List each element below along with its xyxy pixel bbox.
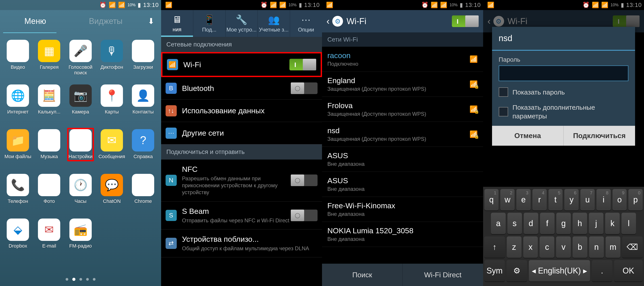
wifi-network[interactable]: ASUSВне диапазона [322,147,483,172]
setting-row-использование данных[interactable]: ↑↓Использование данных [161,100,322,122]
wifi-network[interactable]: racoonПодключено📶 [322,47,483,72]
toggle[interactable] [290,59,316,70]
show-advanced-row[interactable]: Показать дополнительные параметры [499,103,628,120]
key-f[interactable]: f [540,213,554,234]
toggle[interactable] [291,174,318,186]
key-k[interactable]: k [605,213,620,234]
key-q[interactable]: 1q [484,189,499,210]
back-icon[interactable]: ‹ [326,16,330,27]
setting-row-bluetooth[interactable]: BBluetooth [161,77,322,100]
settings-tab[interactable]: ⋯Опции [290,10,322,37]
download-indicator-icon[interactable]: ⬇ [141,17,161,26]
app-телефон[interactable]: 📞Телефон [2,174,34,216]
key-period[interactable]: . [592,260,612,281]
key-space[interactable]: ◂ English(UK) ▸ [529,260,590,281]
wifi-network[interactable]: EnglandЗащищенная (Доступен протокол WPS… [322,72,483,97]
key-z[interactable]: z [507,236,522,258]
key-c[interactable]: c [540,236,554,258]
key-y[interactable]: 6y [564,189,578,210]
key-sym[interactable]: Sym [484,260,505,281]
setting-row-устройства поблизо...[interactable]: ⇄Устройства поблизо...Общий доступ к фай… [161,229,322,257]
app-голосовой поиск[interactable]: 🎤Голосовой поиск [65,40,96,82]
key-j[interactable]: j [589,213,604,234]
connect-button[interactable]: Подключиться [564,126,635,146]
wifi-direct-button[interactable]: Wi-Fi Direct [402,264,483,286]
app-мои файлы[interactable]: 📁Мои файлы [2,129,34,172]
key-d[interactable]: d [524,213,538,234]
toggle[interactable] [291,83,318,94]
wifi-network[interactable]: FrolovaЗащищенная (Доступен протокол WPS… [322,97,483,122]
key-ok[interactable]: OK [614,260,643,281]
app-сообщения[interactable]: ✉Сообщения [96,129,128,172]
app-диктофон[interactable]: 🎙Диктофон [96,40,128,82]
app-часы[interactable]: 🕐Часы [65,174,96,216]
settings-tab[interactable]: 👥Учетные з... [258,10,290,37]
app-интернет[interactable]: 🌐Интернет [2,85,34,127]
key-h[interactable]: h [572,213,587,234]
app-настройки[interactable]: ⚙Настройки [65,129,96,172]
app-загрузки[interactable]: ⬇Загрузки [128,40,159,82]
app-видео[interactable]: ▷Видео [2,40,34,82]
password-input[interactable] [499,66,628,81]
app-справка[interactable]: ?Справка [128,129,159,172]
app-камера[interactable]: 📷Камера [65,85,96,127]
setting-row-другие сети[interactable]: ⋯Другие сети [161,122,322,144]
app-калькул...[interactable]: 🧮Калькул... [34,85,65,127]
key-settings[interactable]: ⚙ [506,260,527,281]
key-b[interactable]: b [572,236,587,258]
app-контакты[interactable]: 👤Контакты [128,85,159,127]
page-dots[interactable] [0,272,161,286]
tab-widgets[interactable]: Виджеты [70,10,141,33]
app-icon: 📞 [7,174,29,196]
wifi-network[interactable]: nsdЗащищенная (Доступен протокол WPS)📶🔒 [322,122,483,147]
app-icon: 🎙 [101,40,123,62]
key-w[interactable]: 2w [500,189,514,210]
toggle[interactable] [291,210,318,221]
key-o[interactable]: 9o [612,189,627,210]
app-галерея[interactable]: ▦Галерея [34,40,65,82]
key-r[interactable]: 4r [532,189,547,210]
show-password-row[interactable]: Показать пароль [499,87,628,97]
key-m[interactable]: m [606,236,620,258]
key-i[interactable]: 8i [596,189,611,210]
setting-row-s beam[interactable]: SS BeamОтправить файлы через NFC и Wi-Fi… [161,201,322,229]
checkbox-icon[interactable] [499,87,508,97]
wifi-network[interactable]: NOKIA Lumia 1520_3058Вне диапазона [322,222,483,247]
app-карты[interactable]: 📍Карты [96,85,128,127]
key-x[interactable]: x [523,236,538,258]
wifi-network[interactable]: Free-Wi-Fi-KinomaxВне диапазона [322,197,483,222]
key-l[interactable]: l [622,213,636,234]
wifi-icon: 📶 [165,2,172,9]
setting-row-wi-fi[interactable]: 📶Wi-Fi [161,52,322,77]
key-shift[interactable]: ↑ [484,236,505,258]
key-s[interactable]: s [508,213,522,234]
cancel-button[interactable]: Отмена [492,126,564,146]
search-button[interactable]: Поиск [322,264,402,286]
key-e[interactable]: 3e [516,189,531,210]
app-fm-радио[interactable]: 📻FM-радио [65,218,96,261]
settings-gear-icon: ⚙ [494,16,504,27]
key-backspace[interactable]: ⌫ [622,236,643,258]
app-e-mail[interactable]: ✉E-mail [34,218,65,261]
app-фото[interactable]: ⬗Фото [34,174,65,216]
app-dropbox[interactable]: ⬙Dropbox [2,218,34,261]
key-u[interactable]: 7u [580,189,595,210]
app-chaton[interactable]: 💬ChatON [96,174,128,216]
setting-row-nfc[interactable]: NNFCРазрешить обмен данными при прикосно… [161,160,322,201]
key-t[interactable]: 5t [548,189,563,210]
app-музыка[interactable]: ▶Музыка [34,129,65,172]
key-n[interactable]: n [589,236,604,258]
checkbox-icon[interactable] [499,107,508,116]
battery-percent: 10% [610,3,618,7]
settings-tab[interactable]: 🔧Мое устро... [226,10,258,37]
key-g[interactable]: g [556,213,571,234]
key-a[interactable]: a [491,213,506,234]
key-v[interactable]: v [556,236,571,258]
settings-tab[interactable]: 📱Под... [193,10,226,37]
app-chrome[interactable]: ◉Chrome [128,174,159,216]
tab-menu[interactable]: Меню [0,10,70,33]
key-p[interactable]: 0p [628,189,643,210]
wifi-toggle[interactable] [452,16,479,27]
wifi-network[interactable]: ASUSВне диапазона [322,172,483,197]
settings-tab[interactable]: 🖥ния [161,10,194,37]
